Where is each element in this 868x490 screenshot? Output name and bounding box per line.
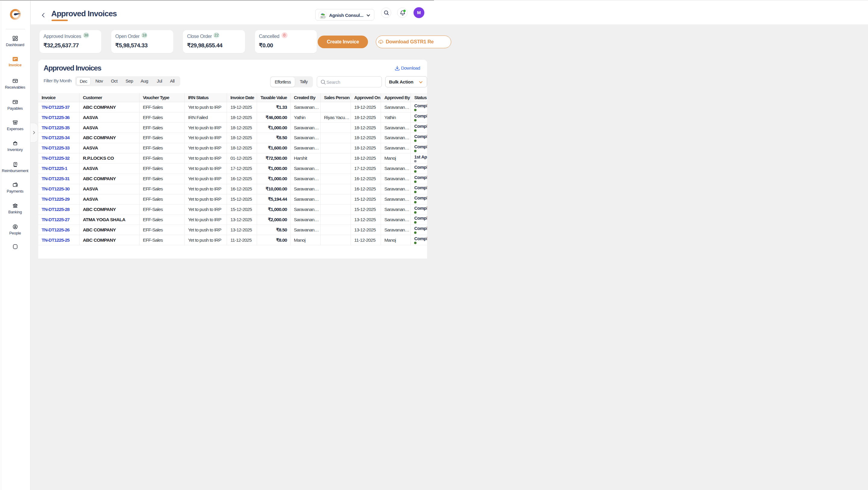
svg-text:agrya: agrya [320, 16, 326, 18]
